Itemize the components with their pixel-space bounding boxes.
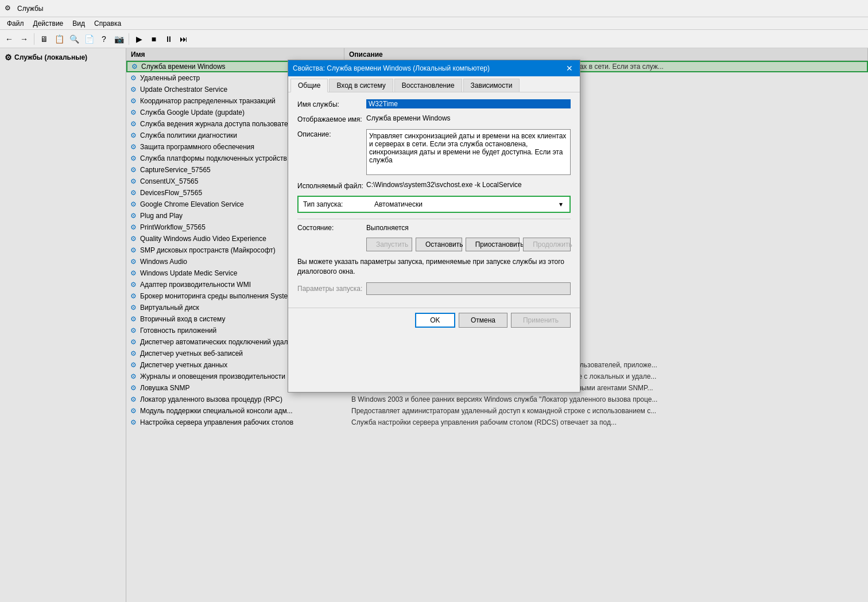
service-name-value[interactable]: W32Time — [366, 99, 571, 108]
forward-button[interactable]: → — [17, 32, 31, 46]
toolbar-separator-2 — [129, 33, 129, 45]
stop-service-button[interactable]: Остановить — [416, 238, 462, 251]
computer-button[interactable]: 🖥 — [37, 32, 51, 46]
title-bar: ⚙ Службы — [0, 0, 868, 17]
resume-button[interactable]: ⏭ — [177, 32, 191, 46]
service-name-label: Имя службы: — [297, 99, 366, 108]
dialog-footer: OK Отмена Применить — [288, 308, 580, 332]
menu-help[interactable]: Справка — [90, 18, 126, 29]
search-button[interactable]: 🔍 — [67, 32, 81, 46]
tab-recovery[interactable]: Восстановление — [394, 79, 462, 92]
exec-file-value: C:\Windows\system32\svchost.exe -k Local… — [366, 181, 571, 189]
action-buttons-row: Запустить Остановить Приостановить Продо… — [297, 238, 571, 251]
back-button[interactable]: ← — [2, 32, 16, 46]
tab-dependencies[interactable]: Зависимости — [463, 79, 520, 92]
status-value: Выполняется — [366, 224, 409, 232]
menu-action[interactable]: Действие — [29, 18, 68, 29]
stop-button[interactable]: ■ — [147, 32, 161, 46]
help-button[interactable]: ? — [97, 32, 111, 46]
launch-type-label: Тип запуска: — [303, 200, 372, 208]
apply-button[interactable]: Применить — [511, 313, 571, 328]
dialog-content: Имя службы: W32Time Отображаемое имя: Сл… — [288, 92, 580, 308]
description-label: Описание: — [297, 129, 366, 138]
pause-service-button[interactable]: Приостановить — [466, 238, 520, 251]
params-row: Параметры запуска: — [297, 282, 571, 295]
params-input[interactable] — [366, 282, 571, 295]
exec-file-label: Исполняемый файл: — [297, 181, 366, 190]
ok-button[interactable]: OK — [415, 313, 455, 328]
tab-general[interactable]: Общие — [290, 79, 328, 92]
launch-type-value: Автоматически — [374, 200, 423, 208]
continue-service-button[interactable]: Продолжить — [523, 238, 571, 251]
cancel-button[interactable]: Отмена — [459, 313, 507, 328]
export-button[interactable]: 📷 — [112, 32, 126, 46]
status-label: Состояние: — [297, 224, 366, 232]
play-button[interactable]: ▶ — [132, 32, 146, 46]
dialog-title-text: Свойства: Служба времени Windows (Локаль… — [293, 64, 490, 72]
menu-view[interactable]: Вид — [68, 18, 90, 29]
toolbar-separator-1 — [34, 33, 34, 45]
dialog-close-button[interactable]: ✕ — [564, 63, 575, 74]
menu-bar: Файл Действие Вид Справка — [0, 17, 868, 30]
launch-type-select[interactable]: Автоматически ▾ — [372, 199, 565, 209]
display-name-value: Служба времени Windows — [366, 114, 571, 122]
title-bar-text: Службы — [17, 5, 43, 13]
description-row: Описание: — [297, 129, 571, 175]
status-row: Состояние: Выполняется — [297, 224, 571, 232]
start-service-button[interactable]: Запустить — [366, 238, 412, 251]
exec-file-row: Исполняемый файл: C:\Windows\system32\sv… — [297, 181, 571, 190]
dialog-title-bar: Свойства: Служба времени Windows (Локаль… — [288, 60, 580, 76]
toolbar: ← → 🖥 📋 🔍 📄 ? 📷 ▶ ■ ⏸ ⏭ — [0, 30, 868, 48]
main-area: ⚙ Службы (локальные) Имя Описание ⚙Служб… — [0, 48, 868, 602]
pause-button[interactable]: ⏸ — [162, 32, 176, 46]
description-textarea[interactable] — [366, 129, 571, 175]
tab-login[interactable]: Вход в систему — [329, 79, 393, 92]
display-name-row: Отображаемое имя: Служба времени Windows — [297, 114, 571, 123]
launch-type-row: Тип запуска: Автоматически ▾ — [297, 196, 571, 213]
app-icon: ⚙ — [5, 4, 14, 13]
modal-overlay: Свойства: Служба времени Windows (Локаль… — [0, 48, 868, 602]
dialog-tabs: Общие Вход в систему Восстановление Зави… — [288, 76, 580, 92]
display-name-label: Отображаемое имя: — [297, 114, 366, 123]
params-label: Параметры запуска: — [297, 285, 366, 293]
properties-button[interactable]: 📄 — [82, 32, 96, 46]
list-button[interactable]: 📋 — [52, 32, 66, 46]
divider-1 — [297, 219, 571, 219]
menu-file[interactable]: Файл — [2, 18, 29, 29]
hint-text: Вы можете указать параметры запуска, при… — [297, 257, 571, 277]
service-name-row: Имя службы: W32Time — [297, 99, 571, 108]
launch-type-chevron: ▾ — [559, 200, 563, 208]
properties-dialog: Свойства: Служба времени Windows (Локаль… — [288, 60, 580, 393]
